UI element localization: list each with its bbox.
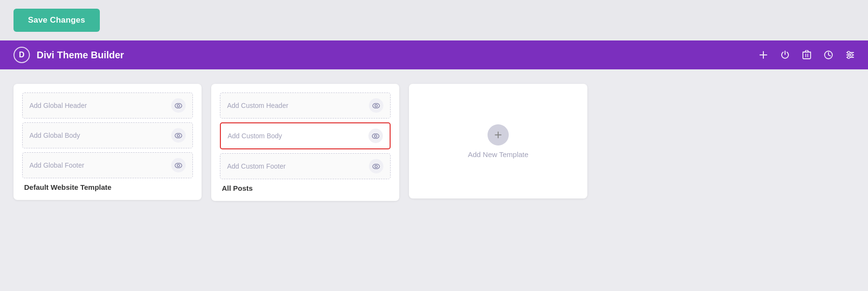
settings-icon[interactable] <box>846 50 854 60</box>
section-row-global-body: Add Global Body <box>22 122 193 148</box>
global-footer-label: Add Global Footer <box>29 161 84 169</box>
custom-header-label: Add Custom Header <box>227 102 288 109</box>
power-icon[interactable] <box>780 50 790 60</box>
header-icons <box>759 50 854 60</box>
global-body-label: Add Global Body <box>29 132 80 139</box>
section-row-custom-header: Add Custom Header <box>220 93 391 119</box>
custom-body-label: Add Custom Body <box>228 132 282 140</box>
trash-icon[interactable] <box>802 50 811 60</box>
svg-point-23 <box>373 164 380 169</box>
svg-point-24 <box>375 165 378 168</box>
top-bar: Save Changes <box>0 0 868 40</box>
svg-point-18 <box>177 164 180 167</box>
custom-footer-label: Add Custom Footer <box>227 162 285 170</box>
global-header-visibility-toggle[interactable] <box>171 98 186 113</box>
svg-point-20 <box>375 105 378 107</box>
custom-body-visibility-toggle[interactable] <box>368 129 383 143</box>
add-new-template-label: Add New Template <box>468 150 529 159</box>
add-template-plus-icon <box>488 124 509 146</box>
divi-logo: D <box>14 47 30 63</box>
custom-header-visibility-toggle[interactable] <box>369 98 383 113</box>
header-bar: D Divi Theme Builder <box>0 40 868 69</box>
svg-point-14 <box>177 105 180 107</box>
default-template-name: Default Website Template <box>22 183 193 191</box>
section-row-custom-footer: Add Custom Footer <box>220 153 391 179</box>
svg-point-22 <box>375 135 377 137</box>
main-content: Add Global Header Add Global Body <box>0 69 868 291</box>
svg-point-17 <box>175 163 182 168</box>
add-new-template-card[interactable]: Add New Template <box>409 84 587 198</box>
header-title: Divi Theme Builder <box>37 50 124 61</box>
header-left: D Divi Theme Builder <box>14 47 124 63</box>
global-footer-visibility-toggle[interactable] <box>171 158 186 172</box>
svg-point-12 <box>848 56 850 59</box>
all-posts-template-name: All Posts <box>220 184 391 192</box>
global-header-label: Add Global Header <box>29 102 87 109</box>
section-row-global-header: Add Global Header <box>22 93 193 119</box>
svg-point-19 <box>373 103 380 108</box>
cards-row: Add Global Header Add Global Body <box>14 84 854 201</box>
svg-point-10 <box>848 52 850 54</box>
svg-point-13 <box>175 103 182 108</box>
plus-icon[interactable] <box>759 51 768 59</box>
svg-point-16 <box>177 134 180 137</box>
section-row-custom-body: Add Custom Body <box>220 122 391 149</box>
template-card-all-posts: Add Custom Header Add Custom Body <box>211 84 399 201</box>
svg-point-21 <box>372 133 379 138</box>
template-card-default: Add Global Header Add Global Body <box>14 84 202 200</box>
custom-footer-visibility-toggle[interactable] <box>369 159 383 173</box>
global-body-visibility-toggle[interactable] <box>171 128 186 143</box>
section-row-global-footer: Add Global Footer <box>22 152 193 178</box>
svg-point-15 <box>175 133 182 138</box>
history-icon[interactable] <box>824 50 833 60</box>
save-changes-button[interactable]: Save Changes <box>14 9 100 32</box>
svg-rect-2 <box>803 52 811 59</box>
svg-point-11 <box>851 54 853 56</box>
